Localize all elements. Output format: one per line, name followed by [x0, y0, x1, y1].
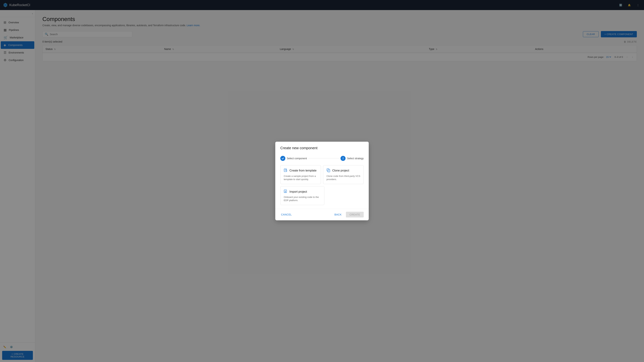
dialog-stepper: Select component 2 Select strategy [275, 153, 369, 164]
step-2-label: Select strategy [347, 157, 364, 160]
clone-desc: Clone code from third-party VCS provider… [326, 175, 360, 181]
cancel-button[interactable]: CANCEL [280, 212, 292, 217]
step-line [308, 158, 339, 158]
create-component-dialog: Create new component Select component 2 … [275, 142, 369, 221]
create-button[interactable]: CREATE [346, 212, 364, 217]
empty-card-placeholder [326, 186, 364, 205]
option-card-header-import: Import project [284, 189, 321, 194]
dialog-overlay: Create new component Select component 2 … [0, 0, 644, 362]
import-desc: Onboard your existing code to the EDP pl… [284, 196, 321, 202]
step-1-circle [280, 156, 285, 161]
step-2-number: 2 [342, 157, 344, 160]
template-desc: Create a sample project from a template … [284, 175, 318, 181]
dialog-title: Create new component [280, 146, 364, 150]
dialog-footer-right: BACK CREATE [332, 212, 364, 217]
svg-rect-4 [286, 170, 287, 171]
clone-icon [326, 168, 330, 173]
svg-rect-3 [284, 169, 286, 172]
template-icon [284, 168, 288, 173]
option-card-create-from-template[interactable]: Create from template Create a sample pro… [280, 165, 321, 184]
template-title: Create from template [290, 169, 316, 172]
dialog-header: Create new component [275, 142, 369, 153]
step-1-label: Select component [287, 157, 307, 160]
dialog-footer: CANCEL BACK CREATE [275, 209, 369, 220]
checkmark-icon [282, 157, 284, 160]
option-card-header-template: Create from template [284, 168, 318, 173]
option-card-clone-project[interactable]: Clone project Clone code from third-part… [323, 165, 364, 184]
dialog-content: Create from template Create a sample pro… [275, 164, 369, 209]
back-button[interactable]: BACK [332, 212, 344, 217]
step-2-circle: 2 [340, 156, 346, 161]
import-icon [284, 189, 288, 194]
step-1: Select component [280, 156, 307, 161]
option-cards-top-row: Create from template Create a sample pro… [280, 165, 364, 184]
import-title: Import project [290, 190, 307, 193]
step-2: 2 Select strategy [340, 156, 364, 161]
option-card-import-project[interactable]: Import project Onboard your existing cod… [280, 186, 324, 205]
option-card-header-clone: Clone project [326, 168, 360, 173]
clone-title: Clone project [332, 169, 349, 172]
option-cards-bottom-row: Import project Onboard your existing cod… [280, 186, 364, 205]
